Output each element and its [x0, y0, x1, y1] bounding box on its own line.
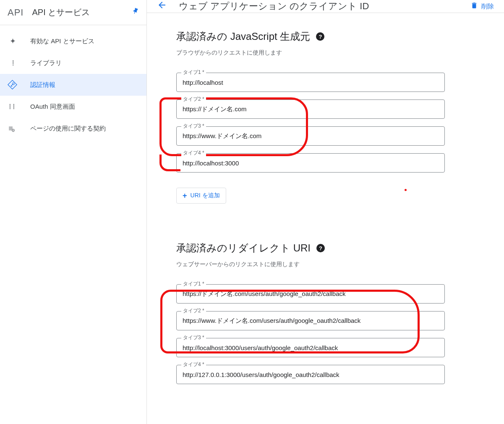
js-origins-desc: ブラウザからのリクエストに使用します	[176, 49, 445, 57]
redirect-uri-field-2: タイプ2 *	[176, 311, 445, 330]
page-title: ウェブ アプリケーション のクライアント ID	[179, 0, 470, 13]
add-uri-button[interactable]: + URI を追加	[176, 188, 226, 204]
main-header: ウェブ アプリケーション のクライアント ID 削除	[147, 0, 504, 13]
back-button[interactable]	[157, 0, 167, 13]
section-js-origins: 承認済みの JavaScript 生成元 ? ブラウザからのリクエストに使用しま…	[176, 30, 445, 204]
redirect-uri-field-label-1: タイプ1 *	[181, 280, 206, 288]
trash-icon	[470, 2, 478, 11]
js-origin-input-4[interactable]	[176, 153, 445, 173]
content: 承認済みの JavaScript 生成元 ? ブラウザからのリクエストに使用しま…	[147, 13, 474, 424]
redirect-uri-field-4: タイプ4 *	[176, 365, 445, 384]
nav-label: ライブラリ	[30, 59, 62, 67]
redirect-uri-field-1: タイプ1 *	[176, 284, 445, 304]
nav-label: 認証情報	[30, 81, 55, 89]
main: ウェブ アプリケーション のクライアント ID 削除 承認済みの JavaScr…	[147, 0, 504, 424]
api-logo: API	[8, 7, 24, 18]
consent-icon	[8, 102, 18, 111]
nav-enabled-apis[interactable]: 有効な API とサービス	[0, 30, 146, 52]
add-uri-label: URI を追加	[191, 192, 220, 199]
nav-page-usage[interactable]: ページの使用に関する契約	[0, 118, 146, 139]
js-origin-field-1: タイプ1 *	[176, 73, 445, 92]
js-origin-field-label-3: タイプ3 *	[181, 123, 206, 130]
key-icon	[8, 80, 18, 90]
help-icon[interactable]: ?	[316, 244, 325, 252]
sidebar: API API とサービス 有効な API とサービスライブラリ認証情報OAut…	[0, 0, 147, 424]
redirect-uri-input-4[interactable]	[176, 365, 445, 384]
redirect-uri-field-label-3: タイプ3 *	[181, 334, 206, 341]
js-origin-field-label-1: タイプ1 *	[181, 69, 206, 76]
redirect-uri-field-3: タイプ3 *	[176, 338, 445, 357]
js-origin-field-label-4: タイプ4 *	[181, 149, 206, 157]
nav-credentials[interactable]: 認証情報	[0, 74, 146, 96]
section-redirect-uris: 承認済みのリダイレクト URI ? ウェブサーバーからのリクエストに使用します …	[176, 241, 445, 384]
delete-label: 削除	[481, 3, 494, 10]
nav-library[interactable]: ライブラリ	[0, 52, 146, 74]
js-origin-input-3[interactable]	[176, 126, 445, 146]
redirect-uri-input-3[interactable]	[176, 338, 445, 357]
redirect-uris-title: 承認済みのリダイレクト URI	[176, 241, 311, 255]
pin-icon[interactable]	[130, 7, 141, 18]
nav-label: OAuth 同意画面	[30, 103, 75, 111]
js-origin-field-3: タイプ3 *	[176, 126, 445, 146]
usage-icon	[8, 124, 18, 133]
redirect-uris-desc: ウェブサーバーからのリクエストに使用します	[176, 261, 445, 268]
help-icon[interactable]: ?	[316, 32, 324, 41]
dots-icon	[8, 37, 18, 46]
lib-icon	[8, 60, 18, 67]
redirect-uri-input-2[interactable]	[176, 311, 445, 330]
js-origin-field-label-2: タイプ2 *	[181, 96, 206, 103]
sidebar-nav: 有効な API とサービスライブラリ認証情報OAuth 同意画面ページの使用に関…	[0, 25, 146, 139]
nav-label: 有効な API とサービス	[30, 37, 94, 45]
sidebar-header: API API とサービス	[0, 0, 146, 25]
nav-label: ページの使用に関する契約	[30, 125, 106, 133]
redirect-uri-input-1[interactable]	[176, 284, 445, 304]
js-origin-field-4: タイプ4 *	[176, 153, 445, 173]
plus-icon: +	[183, 191, 187, 200]
redirect-uri-field-label-2: タイプ2 *	[181, 307, 206, 314]
js-origin-input-1[interactable]	[176, 73, 445, 92]
redirect-uri-field-label-4: タイプ4 *	[181, 361, 206, 368]
js-origins-title: 承認済みの JavaScript 生成元	[176, 30, 310, 43]
nav-oauth-consent[interactable]: OAuth 同意画面	[0, 96, 146, 118]
sidebar-title: API とサービス	[32, 7, 131, 18]
js-origin-input-2[interactable]	[176, 99, 445, 119]
js-origin-field-2: タイプ2 *	[176, 99, 445, 119]
delete-button[interactable]: 削除	[470, 2, 494, 11]
